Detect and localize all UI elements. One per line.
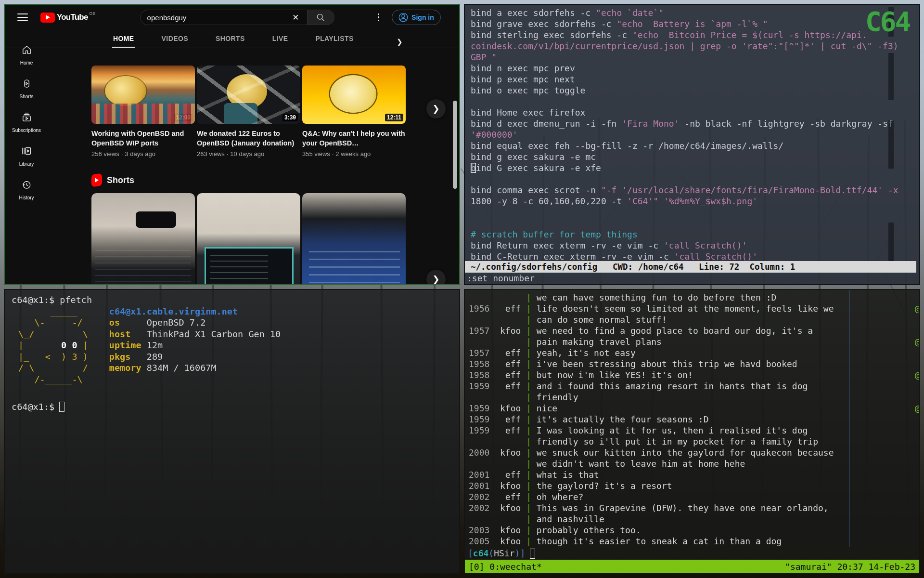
video-thumbnail[interactable]: 3:39 xyxy=(197,66,300,124)
message-nick: kfoo xyxy=(495,480,521,491)
sidebar-item-label: History xyxy=(19,195,34,200)
browser-scrollbar-thumb[interactable] xyxy=(453,101,457,189)
message-time xyxy=(469,336,489,347)
sidebar-item-icon xyxy=(21,112,32,125)
message-nick xyxy=(495,458,521,469)
video-thumbnail[interactable]: 12:00 xyxy=(91,66,195,124)
sidebar-item[interactable]: Shorts xyxy=(5,75,48,102)
search-box[interactable]: ✕ xyxy=(140,10,308,25)
channel-tab[interactable]: LIVE xyxy=(272,35,288,48)
editor-text: bind a exec sdorfehs -c "echo `date`"bin… xyxy=(465,5,919,262)
op-prefix: @ xyxy=(915,369,919,381)
sidebar-item-icon xyxy=(21,44,32,57)
input-cursor xyxy=(530,549,535,559)
channel-tab[interactable]: VIDEOS xyxy=(162,35,188,48)
search-input[interactable] xyxy=(147,13,292,22)
pfetch-info-row: pkgs289 xyxy=(109,351,281,363)
terminal-cursor xyxy=(59,402,64,412)
sidebar-item[interactable]: Home xyxy=(5,41,48,68)
vim-commandline: :set nonumber xyxy=(465,273,535,284)
pfetch-info-row: uptime12m xyxy=(109,340,281,351)
message-nick: eff xyxy=(495,303,521,314)
message-nick: eff xyxy=(495,369,521,381)
pfetch-value: ThinkPad X1 Carbon Gen 10 xyxy=(147,328,281,340)
message-nick: kfoo xyxy=(495,536,521,547)
message-time xyxy=(469,513,489,525)
message-nick: eff xyxy=(495,491,521,502)
channel-tab[interactable]: PLAYLISTS xyxy=(315,35,353,48)
nicklist-item[interactable]: @micronix xyxy=(852,292,919,325)
sign-in-label: Sign in xyxy=(411,13,434,21)
nick-separator: | xyxy=(526,347,531,358)
message-time: 1959 xyxy=(469,403,489,414)
message-time xyxy=(469,314,489,325)
video-title[interactable]: Working with OpenBSD and OpenBSD WIP por… xyxy=(91,129,195,148)
chat-message: 1957 eff | yeah, it's not easy xyxy=(469,347,849,358)
clear-search-icon[interactable]: ✕ xyxy=(291,13,300,23)
nicklist-item[interactable]: ando-rz xyxy=(852,425,919,458)
nicklist-item[interactable]: blo xyxy=(852,458,919,491)
search-button[interactable] xyxy=(308,10,334,25)
message-nick: kfoo xyxy=(495,525,521,536)
message-text: we didn't want to leave him at home hehe xyxy=(537,458,745,469)
message-nick: eff xyxy=(495,414,521,425)
sign-in-button[interactable]: Sign in xyxy=(392,10,441,25)
editor-scrollbar-segment[interactable] xyxy=(888,120,894,169)
youtube-header: YouTube GB ✕ Sign in xyxy=(5,5,459,30)
channel-tab[interactable]: SHORTS xyxy=(216,35,245,48)
sidebar-item[interactable]: Subscriptions xyxy=(5,109,48,136)
chat-message: 1956 eff | life doesn't seem so limited … xyxy=(469,303,849,314)
ascii-art-line: |_ < ) 3 ) xyxy=(18,351,88,363)
sidebar-item-label: Shorts xyxy=(20,94,34,99)
message-nick xyxy=(495,314,521,325)
message-time: 1957 xyxy=(469,347,489,358)
message-nick xyxy=(495,336,521,347)
weechat-input-bar[interactable]: [c64(HSir)] xyxy=(465,547,919,560)
videos-next-chevron-button[interactable]: ❯ xyxy=(426,99,446,118)
message-text: life doesn't seem so limited at the mome… xyxy=(537,303,834,314)
editor-line: '#000000' xyxy=(471,129,919,140)
hamburger-menu-icon[interactable] xyxy=(17,13,28,21)
message-nick: kfoo xyxy=(495,403,521,414)
pfetch-key: memory xyxy=(109,362,147,374)
kebab-menu-icon[interactable] xyxy=(376,12,382,24)
nicklist-item[interactable]: @polprog xyxy=(852,325,919,358)
nick-separator: | xyxy=(526,436,531,447)
nicklist-item[interactable]: c64 xyxy=(852,491,919,525)
video-card[interactable]: 12:00 Working with OpenBSD and OpenBSD W… xyxy=(91,66,195,158)
video-title[interactable]: Q&A: Why can't I help you with your Open… xyxy=(302,129,406,148)
nicklist-item[interactable]: @StevenNT xyxy=(852,358,919,392)
short-card[interactable]: Here is why OpenBSD has not xyxy=(302,193,406,284)
message-text: we need to find a good place to board ou… xyxy=(537,325,813,336)
message-time: 2002 xyxy=(469,502,489,513)
short-card[interactable] xyxy=(197,193,300,284)
nicklist-item[interactable]: @UndercoverN xyxy=(852,392,919,425)
sidebar-item[interactable]: History xyxy=(5,176,48,203)
video-card[interactable]: 12:11 Q&A: Why can't I help you with you… xyxy=(302,66,406,158)
search-icon xyxy=(316,13,325,22)
nicklist-item[interactable]: eff xyxy=(852,525,919,547)
op-prefix: @ xyxy=(915,303,919,314)
youtube-logo[interactable]: YouTube GB xyxy=(40,13,96,23)
chat-message: | pain making travel plans xyxy=(469,336,849,347)
chat-message: | friendly xyxy=(469,392,849,403)
sidebar-item[interactable]: Library xyxy=(5,143,48,170)
video-card[interactable]: 3:39 We donated 122 Euros to OpenBSD (Ja… xyxy=(197,66,300,158)
chat-message: 1959 kfoo | nice xyxy=(469,403,849,414)
editor-scrollbar-segment[interactable] xyxy=(888,223,894,265)
short-card[interactable] xyxy=(91,193,195,284)
nick-separator: | xyxy=(526,469,531,480)
op-prefix: @ xyxy=(915,336,919,347)
channel-tab[interactable]: HOME xyxy=(113,35,134,48)
pfetch-key: uptime xyxy=(109,340,147,351)
nicklist: @micronix @polprog @StevenNT @Undercover… xyxy=(849,290,919,547)
input-paren: )] xyxy=(515,548,526,559)
video-title[interactable]: We donated 122 Euros to OpenBSD (January… xyxy=(197,129,300,148)
message-text: friendly so i'll put it in my pocket for… xyxy=(537,436,818,447)
editor-scrollbar-segment[interactable] xyxy=(888,53,894,100)
video-thumbnail[interactable]: 12:11 xyxy=(302,66,406,124)
message-nick xyxy=(495,392,521,403)
message-time: 1958 xyxy=(469,369,489,381)
shorts-section-header: Shorts xyxy=(48,158,452,186)
message-text: This was in Grapevine (DFW). they have o… xyxy=(537,502,829,513)
